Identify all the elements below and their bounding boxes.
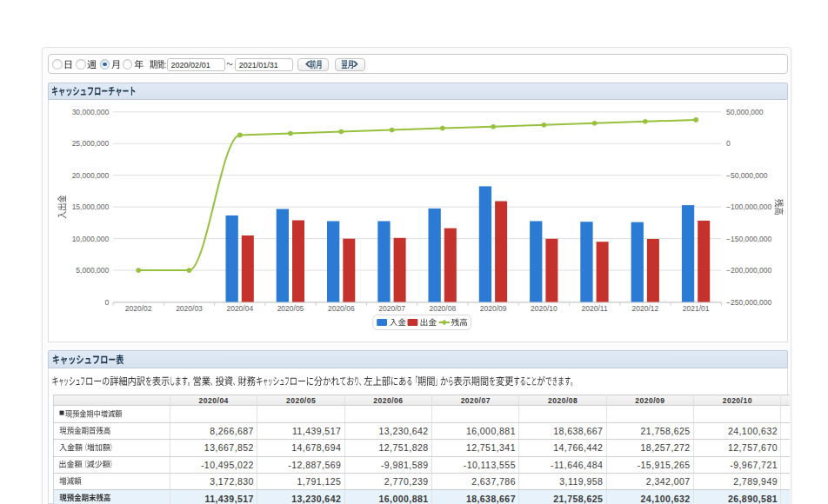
svg-text:30,000,000: 30,000,000 bbox=[72, 108, 110, 116]
svg-text:2020/06: 2020/06 bbox=[328, 304, 355, 313]
svg-text:2020/09: 2020/09 bbox=[480, 304, 507, 313]
svg-text:−50,000,000: −50,000,000 bbox=[726, 171, 768, 180]
svg-text:−200,000,000: −200,000,000 bbox=[726, 266, 772, 275]
svg-text:0: 0 bbox=[726, 139, 731, 148]
svg-text:20,000,000: 20,000,000 bbox=[72, 171, 110, 180]
svg-text:−150,000,000: −150,000,000 bbox=[726, 235, 772, 243]
svg-text:0: 0 bbox=[104, 298, 109, 307]
svg-text:25,000,000: 25,000,000 bbox=[72, 139, 110, 148]
svg-text:50,000,000: 50,000,000 bbox=[726, 108, 764, 116]
svg-text:2020/11: 2020/11 bbox=[582, 304, 608, 313]
svg-text:10,000,000: 10,000,000 bbox=[72, 235, 110, 243]
svg-text:2020/05: 2020/05 bbox=[277, 304, 304, 313]
svg-text:−250,000,000: −250,000,000 bbox=[726, 298, 772, 307]
svg-text:−100,000,000: −100,000,000 bbox=[726, 202, 772, 211]
svg-text:2020/02: 2020/02 bbox=[125, 304, 152, 313]
svg-text:2020/08: 2020/08 bbox=[429, 304, 456, 313]
svg-text:2020/07: 2020/07 bbox=[378, 304, 405, 313]
svg-text:2020/04: 2020/04 bbox=[226, 304, 253, 313]
svg-text:5,000,000: 5,000,000 bbox=[76, 266, 109, 275]
svg-text:2020/10: 2020/10 bbox=[531, 304, 558, 313]
svg-text:2020/12: 2020/12 bbox=[632, 304, 659, 313]
svg-text:2021/01: 2021/01 bbox=[683, 304, 710, 313]
svg-text:15,000,000: 15,000,000 bbox=[72, 202, 110, 211]
svg-text:2020/03: 2020/03 bbox=[176, 304, 203, 313]
